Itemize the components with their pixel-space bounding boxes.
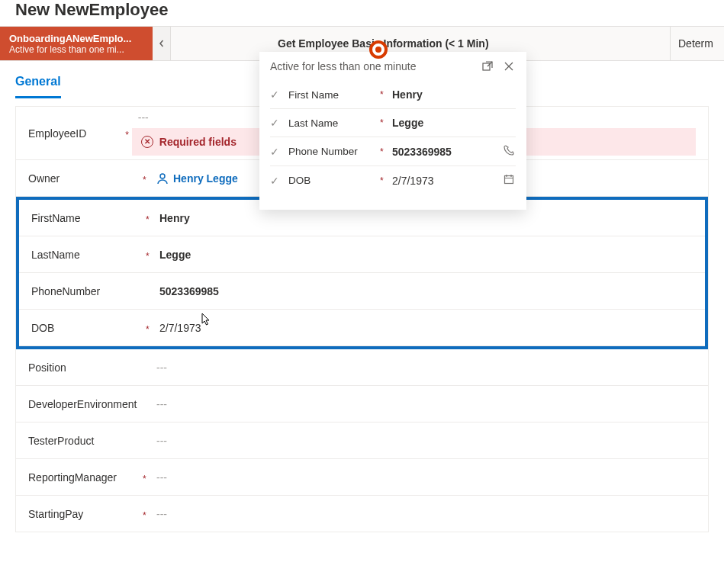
required-mark: * <box>143 471 150 484</box>
field-value[interactable]: --- <box>150 508 696 520</box>
field-label: ReportingManager <box>28 471 143 484</box>
flyout-value[interactable]: Legge <box>389 117 516 129</box>
required-mark: * <box>380 146 389 157</box>
flyout-label: DOB <box>288 175 380 186</box>
stage-current[interactable]: OnboardingANewEmplo... Active for less t… <box>0 27 153 60</box>
field-position[interactable]: Position --- <box>16 349 708 386</box>
required-mark: * <box>125 127 131 140</box>
required-mark: * <box>380 89 389 100</box>
required-mark <box>143 366 150 369</box>
phone-icon[interactable] <box>502 145 516 158</box>
flyout-field-firstname[interactable]: ✓ First Name * Henry <box>270 81 516 109</box>
page-title: New NewEmployee <box>0 0 724 26</box>
field-value[interactable]: --- <box>150 471 696 484</box>
field-phonenumber[interactable]: PhoneNumber 5023369985 <box>19 273 705 310</box>
field-value[interactable]: 5023369985 <box>153 285 693 297</box>
error-icon: ✕ <box>141 136 153 148</box>
stage-collapse-button[interactable] <box>153 27 171 60</box>
popout-button[interactable] <box>481 59 494 73</box>
field-label: StartingPay <box>28 508 143 520</box>
flyout-title: Active for less than one minute <box>270 60 416 72</box>
field-developerenvironment[interactable]: DeveloperEnvironment --- <box>16 386 708 423</box>
required-mark: * <box>146 211 153 225</box>
svg-point-0 <box>160 174 165 178</box>
field-value[interactable]: --- <box>150 398 696 410</box>
flyout-value[interactable]: Henry <box>389 88 516 101</box>
flyout-label: Last Name <box>288 117 380 129</box>
svg-rect-1 <box>483 63 490 70</box>
field-label: PhoneNumber <box>31 285 146 297</box>
flyout-field-dob[interactable]: ✓ DOB * 2/7/1973 <box>270 166 516 194</box>
flyout-label: First Name <box>288 89 380 101</box>
field-value[interactable]: Legge <box>153 249 693 261</box>
person-icon <box>156 172 169 185</box>
field-value[interactable]: --- <box>150 361 696 374</box>
highlighted-fields-group: FirstName * Henry LastName * Legge Phone… <box>16 197 708 349</box>
checkmark-icon: ✓ <box>270 146 282 158</box>
field-lastname[interactable]: LastName * Legge <box>19 236 705 273</box>
flyout-value[interactable]: 5023369985 <box>389 146 502 158</box>
stage-current-sub: Active for less than one mi... <box>9 44 143 55</box>
required-mark: * <box>143 507 150 521</box>
close-button[interactable] <box>502 59 516 73</box>
flyout-field-lastname[interactable]: ✓ Last Name * Legge <box>270 109 516 137</box>
field-label: DOB <box>31 322 146 334</box>
field-value[interactable]: --- <box>150 435 696 447</box>
flyout-label: Phone Number <box>288 146 380 157</box>
field-label: LastName <box>31 249 146 261</box>
field-label: EmployeeID <box>28 127 125 140</box>
required-mark: * <box>380 175 389 186</box>
tab-general[interactable]: General <box>15 72 61 98</box>
checkmark-icon: ✓ <box>270 175 282 187</box>
stage-current-name: OnboardingANewEmplo... <box>9 33 143 44</box>
field-label: FirstName <box>31 212 146 224</box>
flyout-header: Active for less than one minute <box>259 52 526 81</box>
checkmark-icon: ✓ <box>270 88 282 101</box>
required-mark: * <box>143 172 150 185</box>
stage-more-label: Determ <box>678 37 713 50</box>
required-mark: * <box>146 248 153 262</box>
required-mark <box>143 439 150 442</box>
field-startingpay[interactable]: StartingPay * --- <box>16 496 708 532</box>
required-mark: * <box>146 321 153 335</box>
required-mark <box>146 290 153 293</box>
popout-icon <box>482 61 493 72</box>
error-text: Required fields <box>159 136 237 148</box>
checkmark-icon: ✓ <box>270 117 282 129</box>
field-label: Owner <box>28 172 143 185</box>
stage-more[interactable]: Determ <box>671 27 724 60</box>
flyout-value[interactable]: 2/7/1973 <box>389 175 502 187</box>
flyout-field-phone[interactable]: ✓ Phone Number * 5023369985 <box>270 137 516 166</box>
required-mark: * <box>380 117 389 128</box>
required-mark <box>143 403 150 406</box>
field-testerproduct[interactable]: TesterProduct --- <box>16 423 708 459</box>
close-icon <box>504 62 513 71</box>
svg-rect-2 <box>505 176 513 184</box>
calendar-icon[interactable] <box>502 174 516 187</box>
field-value[interactable]: 2/7/1973 <box>153 322 693 334</box>
chevron-left-icon <box>158 40 166 47</box>
field-dob[interactable]: DOB * 2/7/1973 <box>19 310 705 346</box>
field-value[interactable]: Henry <box>153 212 693 224</box>
field-label: DeveloperEnvironment <box>28 398 143 410</box>
stage-flyout: Active for less than one minute ✓ First … <box>259 52 526 210</box>
field-label: Position <box>28 361 143 374</box>
field-reportingmanager[interactable]: ReportingManager * --- <box>16 459 708 496</box>
field-label: TesterProduct <box>28 435 143 447</box>
record-indicator-icon <box>369 40 388 59</box>
